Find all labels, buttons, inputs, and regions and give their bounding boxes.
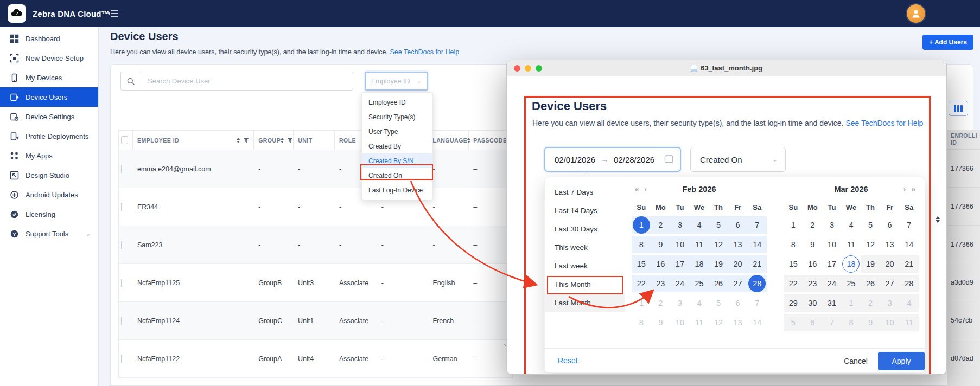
calendar-day[interactable]: 2 bbox=[861, 293, 880, 313]
column-header-language[interactable]: LANGUAGE bbox=[428, 131, 469, 150]
calendar-day[interactable]: 10 bbox=[822, 235, 842, 254]
row-checkbox[interactable] bbox=[121, 317, 122, 325]
column-picker-button[interactable] bbox=[949, 101, 968, 116]
row-checkbox[interactable] bbox=[121, 241, 122, 249]
table-row[interactable]: Sam223-----– bbox=[119, 226, 512, 264]
calendar-day[interactable]: 8 bbox=[632, 313, 651, 332]
calendar-day[interactable]: 1 bbox=[632, 293, 651, 313]
sidebar-item-profile-deployments[interactable]: Profile Deployments bbox=[0, 126, 98, 146]
row-checkbox[interactable] bbox=[121, 355, 122, 363]
preset-last-14-days[interactable]: Last 14 Days bbox=[545, 202, 625, 220]
calendar-day[interactable]: 4 bbox=[690, 215, 709, 235]
search-input[interactable] bbox=[141, 72, 353, 91]
calendar-day[interactable]: 14 bbox=[747, 235, 767, 254]
calendar-day[interactable]: 22 bbox=[632, 274, 651, 293]
calendar-day[interactable]: 11 bbox=[690, 313, 709, 332]
calendar-day[interactable]: 3 bbox=[822, 215, 842, 235]
calendar-day[interactable]: 9 bbox=[651, 235, 671, 254]
cancel-button[interactable]: Cancel bbox=[838, 352, 874, 370]
calendar-day[interactable]: 16 bbox=[803, 254, 823, 274]
calendar-day[interactable]: 12 bbox=[709, 235, 728, 254]
column-header-unit[interactable]: UNIT bbox=[294, 131, 335, 150]
sidebar-item-my-devices[interactable]: My Devices bbox=[0, 68, 98, 87]
calendar-day[interactable]: 7 bbox=[822, 313, 842, 332]
date-range-input[interactable]: 02/01/2026 → 02/28/2026 bbox=[544, 147, 681, 172]
calendar-day[interactable]: 18 bbox=[690, 254, 709, 274]
sidebar-item-android-updates[interactable]: Android Updates bbox=[0, 185, 98, 204]
calendar-day[interactable]: 23 bbox=[651, 274, 671, 293]
date-field-select[interactable]: Created On ⌄ bbox=[690, 147, 786, 172]
image-viewer-window[interactable]: 63_last_month.jpg Device Users Here you … bbox=[506, 60, 947, 375]
calendar-day[interactable]: 21 bbox=[747, 254, 767, 274]
calendar-day[interactable]: 27 bbox=[728, 274, 748, 293]
calendar-day[interactable]: 23 bbox=[803, 274, 823, 293]
calendar-day[interactable]: 31 bbox=[822, 293, 842, 313]
calendar-day[interactable]: 27 bbox=[880, 274, 900, 293]
column-header-group[interactable]: GROUP bbox=[254, 131, 294, 150]
close-window-icon[interactable] bbox=[514, 65, 520, 72]
user-avatar[interactable] bbox=[907, 4, 925, 23]
calendar-day[interactable]: 19 bbox=[861, 254, 880, 274]
sidebar-item-device-users[interactable]: Device Users bbox=[0, 87, 98, 107]
minimize-window-icon[interactable] bbox=[525, 65, 531, 72]
calendar-day[interactable]: 4 bbox=[690, 293, 709, 313]
calendar-day[interactable]: 8 bbox=[842, 313, 861, 332]
collapse-menu-icon[interactable] bbox=[107, 9, 118, 21]
calendar-day[interactable]: 2 bbox=[803, 215, 823, 235]
calendar-day[interactable]: 21 bbox=[899, 254, 919, 274]
calendar-day[interactable]: 2 bbox=[651, 215, 671, 235]
calendar-day[interactable]: 10 bbox=[670, 235, 690, 254]
calendar-day[interactable]: 3 bbox=[670, 215, 690, 235]
dropdown-option-created-by-s-n[interactable]: Created By S/N bbox=[362, 153, 432, 168]
calendar-day[interactable]: 5 bbox=[861, 215, 880, 235]
calendar-day[interactable]: 6 bbox=[728, 293, 748, 313]
calendar-day[interactable]: 3 bbox=[880, 293, 900, 313]
calendar-day[interactable]: 5 bbox=[709, 215, 728, 235]
select-all-checkbox[interactable] bbox=[121, 136, 128, 144]
sidebar-item-dashboard[interactable]: Dashboard bbox=[0, 29, 98, 48]
sidebar-item-my-apps[interactable]: My Apps bbox=[0, 146, 98, 165]
calendar-day[interactable]: 1 bbox=[632, 215, 651, 235]
row-checkbox[interactable] bbox=[121, 203, 122, 211]
calendar-day[interactable]: 7 bbox=[747, 293, 767, 313]
calendar-day[interactable]: 12 bbox=[861, 235, 880, 254]
calendar-day[interactable]: 7 bbox=[899, 215, 919, 235]
calendar-day[interactable]: 14 bbox=[899, 235, 919, 254]
dropdown-option-user-type[interactable]: User Type bbox=[362, 124, 432, 139]
search-icon-box[interactable] bbox=[120, 72, 141, 91]
table-row[interactable]: NcfaEmp1122GroupAUnit4Associate-German– bbox=[119, 340, 512, 378]
calendar-day[interactable]: 9 bbox=[651, 313, 671, 332]
calendar-day[interactable]: 30 bbox=[803, 293, 823, 313]
calendar-day[interactable]: 3 bbox=[670, 293, 690, 313]
calendar-day[interactable]: 26 bbox=[861, 274, 880, 293]
calendar-day[interactable]: 19 bbox=[709, 254, 728, 274]
reset-link[interactable]: Reset bbox=[558, 356, 578, 365]
date-to-value[interactable]: 02/28/2026 bbox=[614, 155, 654, 164]
preset-last-week[interactable]: Last week bbox=[545, 257, 625, 275]
calendar-day[interactable]: 10 bbox=[670, 313, 690, 332]
calendar-day[interactable]: 7 bbox=[747, 215, 767, 235]
calendar-day[interactable]: 24 bbox=[670, 274, 690, 293]
calendar-day[interactable]: 18 bbox=[842, 254, 861, 274]
calendar-day[interactable]: 1 bbox=[784, 215, 803, 235]
sidebar-item-design-studio[interactable]: Design Studio bbox=[0, 165, 98, 185]
calendar-day[interactable]: 6 bbox=[728, 215, 748, 235]
calendar-day[interactable]: 25 bbox=[690, 274, 709, 293]
add-users-button[interactable]: + Add Users bbox=[922, 35, 973, 50]
table-row[interactable]: NcfaEmp1125GroupBUnit3Associate-English– bbox=[119, 264, 512, 302]
calendar-day[interactable]: 5 bbox=[784, 313, 803, 332]
table-row[interactable]: NcfaEmp1124GroupCUnit1Associate-French– bbox=[119, 302, 512, 340]
calendar-day[interactable]: 8 bbox=[632, 235, 651, 254]
calendar-day[interactable]: 28 bbox=[899, 274, 919, 293]
preset-this-week[interactable]: This week bbox=[545, 239, 625, 257]
techdocs-help-link[interactable]: See TechDocs for Help bbox=[390, 48, 460, 56]
calendar-prev-icon[interactable]: « bbox=[635, 185, 639, 194]
dropdown-option-last-log-in-device[interactable]: Last Log-In Device bbox=[362, 183, 432, 197]
sidebar-item-licensing[interactable]: Licensing bbox=[0, 204, 98, 224]
calendar-day[interactable]: 4 bbox=[899, 293, 919, 313]
calendar-day[interactable]: 5 bbox=[709, 293, 728, 313]
calendar-day[interactable]: 26 bbox=[709, 274, 728, 293]
calendar-day[interactable]: 11 bbox=[899, 313, 919, 332]
calendar-day[interactable]: 16 bbox=[651, 254, 671, 274]
preset-this-month[interactable]: This Month bbox=[545, 275, 625, 294]
